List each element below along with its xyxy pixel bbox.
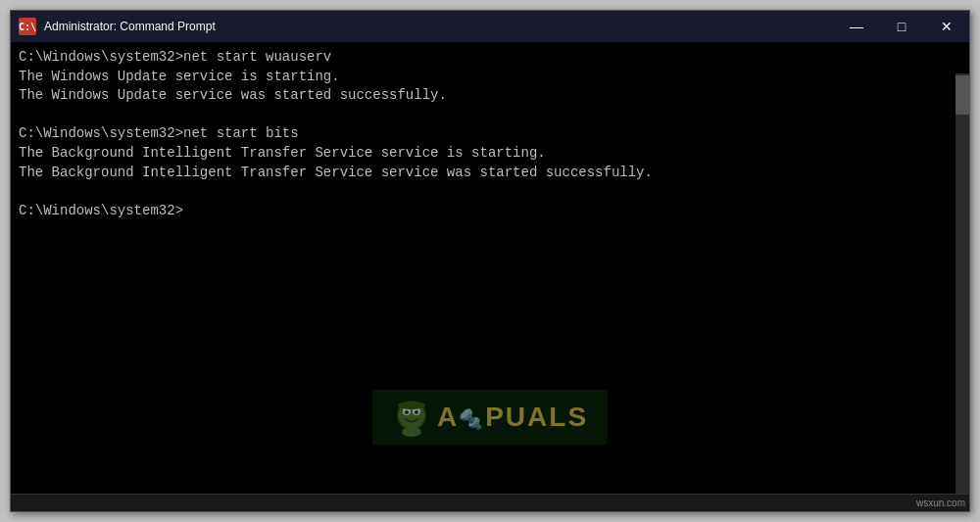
watermark: A🔩PUALS	[372, 390, 608, 445]
console-output: C:\Windows\system32>net start wuauserv T…	[19, 48, 961, 220]
svg-rect-7	[405, 402, 418, 407]
watermark-text: A🔩PUALS	[437, 402, 588, 433]
console-body: C:\Windows\system32>net start wuauserv T…	[11, 42, 969, 494]
window-icon: C:\	[19, 18, 36, 35]
close-button[interactable]: ✕	[924, 11, 969, 42]
window-title: Administrator: Command Prompt	[44, 20, 961, 33]
command-prompt-window: C:\ Administrator: Command Prompt — □ ✕ …	[10, 10, 970, 512]
site-label: wsxun.com	[916, 498, 965, 508]
svg-point-3	[405, 410, 409, 414]
watermark-icon	[392, 398, 431, 437]
scrollbar[interactable]	[956, 73, 969, 494]
svg-point-4	[415, 410, 418, 414]
window-icon-label: C:\	[19, 22, 36, 32]
scrollbar-thumb[interactable]	[956, 75, 969, 115]
title-bar: C:\ Administrator: Command Prompt — □ ✕	[11, 11, 969, 42]
window-controls: — □ ✕	[834, 11, 969, 42]
maximize-button[interactable]: □	[879, 11, 924, 42]
bottom-bar: wsxun.com	[11, 494, 969, 511]
minimize-button[interactable]: —	[834, 11, 879, 42]
svg-point-5	[402, 427, 421, 437]
